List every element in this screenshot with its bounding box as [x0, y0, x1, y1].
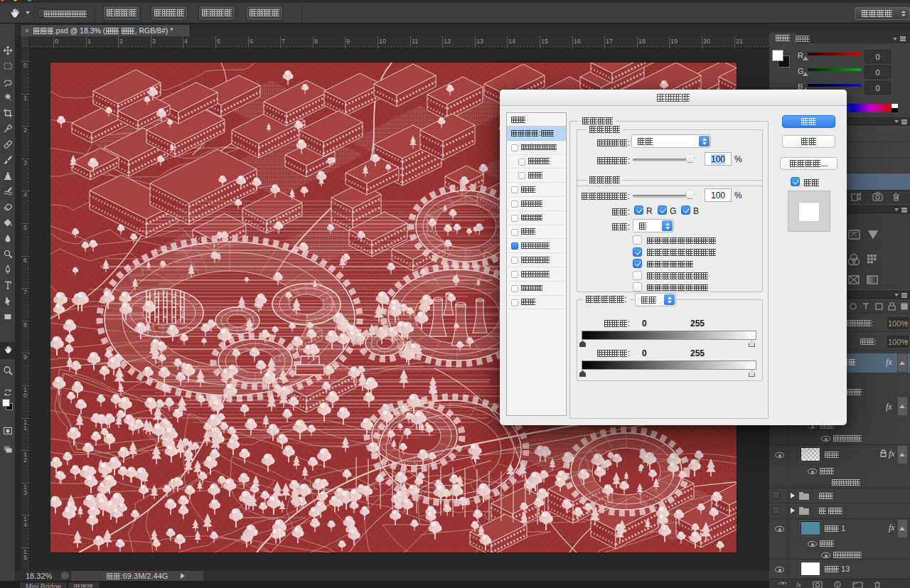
- svg-text:fx: fx: [796, 582, 802, 588]
